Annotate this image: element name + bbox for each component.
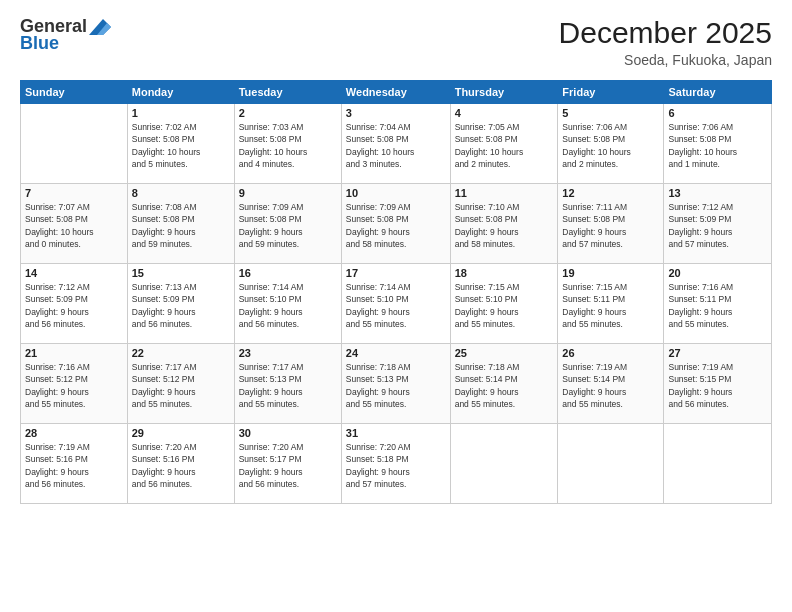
day-number: 18 xyxy=(455,267,554,279)
day-info: Sunrise: 7:14 AM Sunset: 5:10 PM Dayligh… xyxy=(346,281,446,330)
day-number: 23 xyxy=(239,347,337,359)
day-number: 14 xyxy=(25,267,123,279)
day-number: 20 xyxy=(668,267,767,279)
calendar-cell: 1Sunrise: 7:02 AM Sunset: 5:08 PM Daylig… xyxy=(127,104,234,184)
week-row-1: 1Sunrise: 7:02 AM Sunset: 5:08 PM Daylig… xyxy=(21,104,772,184)
calendar-cell xyxy=(450,424,558,504)
calendar-cell: 9Sunrise: 7:09 AM Sunset: 5:08 PM Daylig… xyxy=(234,184,341,264)
day-info: Sunrise: 7:06 AM Sunset: 5:08 PM Dayligh… xyxy=(562,121,659,170)
day-number: 27 xyxy=(668,347,767,359)
calendar-cell: 17Sunrise: 7:14 AM Sunset: 5:10 PM Dayli… xyxy=(341,264,450,344)
day-number: 26 xyxy=(562,347,659,359)
day-number: 12 xyxy=(562,187,659,199)
day-info: Sunrise: 7:16 AM Sunset: 5:12 PM Dayligh… xyxy=(25,361,123,410)
day-info: Sunrise: 7:20 AM Sunset: 5:18 PM Dayligh… xyxy=(346,441,446,490)
col-header-thursday: Thursday xyxy=(450,81,558,104)
day-info: Sunrise: 7:17 AM Sunset: 5:13 PM Dayligh… xyxy=(239,361,337,410)
day-number: 29 xyxy=(132,427,230,439)
calendar-cell xyxy=(664,424,772,504)
day-number: 25 xyxy=(455,347,554,359)
calendar-cell: 18Sunrise: 7:15 AM Sunset: 5:10 PM Dayli… xyxy=(450,264,558,344)
day-info: Sunrise: 7:16 AM Sunset: 5:11 PM Dayligh… xyxy=(668,281,767,330)
calendar-cell: 6Sunrise: 7:06 AM Sunset: 5:08 PM Daylig… xyxy=(664,104,772,184)
calendar-cell: 12Sunrise: 7:11 AM Sunset: 5:08 PM Dayli… xyxy=(558,184,664,264)
day-info: Sunrise: 7:15 AM Sunset: 5:10 PM Dayligh… xyxy=(455,281,554,330)
day-info: Sunrise: 7:10 AM Sunset: 5:08 PM Dayligh… xyxy=(455,201,554,250)
day-info: Sunrise: 7:03 AM Sunset: 5:08 PM Dayligh… xyxy=(239,121,337,170)
calendar-cell: 21Sunrise: 7:16 AM Sunset: 5:12 PM Dayli… xyxy=(21,344,128,424)
col-header-sunday: Sunday xyxy=(21,81,128,104)
day-number: 13 xyxy=(668,187,767,199)
day-info: Sunrise: 7:05 AM Sunset: 5:08 PM Dayligh… xyxy=(455,121,554,170)
calendar-cell: 25Sunrise: 7:18 AM Sunset: 5:14 PM Dayli… xyxy=(450,344,558,424)
day-info: Sunrise: 7:08 AM Sunset: 5:08 PM Dayligh… xyxy=(132,201,230,250)
header: General Blue December 2025 Soeda, Fukuok… xyxy=(20,16,772,68)
calendar-cell: 8Sunrise: 7:08 AM Sunset: 5:08 PM Daylig… xyxy=(127,184,234,264)
calendar-cell: 3Sunrise: 7:04 AM Sunset: 5:08 PM Daylig… xyxy=(341,104,450,184)
day-number: 3 xyxy=(346,107,446,119)
day-info: Sunrise: 7:14 AM Sunset: 5:10 PM Dayligh… xyxy=(239,281,337,330)
calendar-cell: 14Sunrise: 7:12 AM Sunset: 5:09 PM Dayli… xyxy=(21,264,128,344)
calendar-cell: 27Sunrise: 7:19 AM Sunset: 5:15 PM Dayli… xyxy=(664,344,772,424)
logo: General Blue xyxy=(20,16,111,54)
calendar-cell: 31Sunrise: 7:20 AM Sunset: 5:18 PM Dayli… xyxy=(341,424,450,504)
day-number: 4 xyxy=(455,107,554,119)
day-info: Sunrise: 7:04 AM Sunset: 5:08 PM Dayligh… xyxy=(346,121,446,170)
day-number: 7 xyxy=(25,187,123,199)
calendar-cell: 4Sunrise: 7:05 AM Sunset: 5:08 PM Daylig… xyxy=(450,104,558,184)
week-row-4: 21Sunrise: 7:16 AM Sunset: 5:12 PM Dayli… xyxy=(21,344,772,424)
calendar-cell: 30Sunrise: 7:20 AM Sunset: 5:17 PM Dayli… xyxy=(234,424,341,504)
col-header-saturday: Saturday xyxy=(664,81,772,104)
day-number: 10 xyxy=(346,187,446,199)
calendar: SundayMondayTuesdayWednesdayThursdayFrid… xyxy=(20,80,772,504)
calendar-cell: 19Sunrise: 7:15 AM Sunset: 5:11 PM Dayli… xyxy=(558,264,664,344)
day-info: Sunrise: 7:20 AM Sunset: 5:16 PM Dayligh… xyxy=(132,441,230,490)
logo-blue: Blue xyxy=(20,33,59,54)
calendar-cell: 10Sunrise: 7:09 AM Sunset: 5:08 PM Dayli… xyxy=(341,184,450,264)
calendar-cell: 7Sunrise: 7:07 AM Sunset: 5:08 PM Daylig… xyxy=(21,184,128,264)
calendar-cell: 16Sunrise: 7:14 AM Sunset: 5:10 PM Dayli… xyxy=(234,264,341,344)
day-info: Sunrise: 7:19 AM Sunset: 5:14 PM Dayligh… xyxy=(562,361,659,410)
logo-icon xyxy=(89,19,111,35)
day-number: 11 xyxy=(455,187,554,199)
col-header-tuesday: Tuesday xyxy=(234,81,341,104)
calendar-cell: 28Sunrise: 7:19 AM Sunset: 5:16 PM Dayli… xyxy=(21,424,128,504)
day-number: 17 xyxy=(346,267,446,279)
day-number: 21 xyxy=(25,347,123,359)
calendar-cell xyxy=(21,104,128,184)
day-info: Sunrise: 7:12 AM Sunset: 5:09 PM Dayligh… xyxy=(668,201,767,250)
month-title: December 2025 xyxy=(559,16,772,50)
day-number: 9 xyxy=(239,187,337,199)
day-info: Sunrise: 7:02 AM Sunset: 5:08 PM Dayligh… xyxy=(132,121,230,170)
location: Soeda, Fukuoka, Japan xyxy=(559,52,772,68)
col-header-friday: Friday xyxy=(558,81,664,104)
day-info: Sunrise: 7:17 AM Sunset: 5:12 PM Dayligh… xyxy=(132,361,230,410)
calendar-cell: 22Sunrise: 7:17 AM Sunset: 5:12 PM Dayli… xyxy=(127,344,234,424)
day-number: 2 xyxy=(239,107,337,119)
calendar-cell: 11Sunrise: 7:10 AM Sunset: 5:08 PM Dayli… xyxy=(450,184,558,264)
day-info: Sunrise: 7:18 AM Sunset: 5:13 PM Dayligh… xyxy=(346,361,446,410)
calendar-header-row: SundayMondayTuesdayWednesdayThursdayFrid… xyxy=(21,81,772,104)
calendar-cell xyxy=(558,424,664,504)
day-info: Sunrise: 7:12 AM Sunset: 5:09 PM Dayligh… xyxy=(25,281,123,330)
day-info: Sunrise: 7:18 AM Sunset: 5:14 PM Dayligh… xyxy=(455,361,554,410)
day-number: 24 xyxy=(346,347,446,359)
calendar-cell: 13Sunrise: 7:12 AM Sunset: 5:09 PM Dayli… xyxy=(664,184,772,264)
day-number: 28 xyxy=(25,427,123,439)
day-info: Sunrise: 7:06 AM Sunset: 5:08 PM Dayligh… xyxy=(668,121,767,170)
page: General Blue December 2025 Soeda, Fukuok… xyxy=(0,0,792,612)
day-info: Sunrise: 7:13 AM Sunset: 5:09 PM Dayligh… xyxy=(132,281,230,330)
calendar-cell: 29Sunrise: 7:20 AM Sunset: 5:16 PM Dayli… xyxy=(127,424,234,504)
day-number: 30 xyxy=(239,427,337,439)
day-info: Sunrise: 7:09 AM Sunset: 5:08 PM Dayligh… xyxy=(346,201,446,250)
day-info: Sunrise: 7:11 AM Sunset: 5:08 PM Dayligh… xyxy=(562,201,659,250)
calendar-cell: 26Sunrise: 7:19 AM Sunset: 5:14 PM Dayli… xyxy=(558,344,664,424)
day-number: 1 xyxy=(132,107,230,119)
day-number: 22 xyxy=(132,347,230,359)
calendar-cell: 23Sunrise: 7:17 AM Sunset: 5:13 PM Dayli… xyxy=(234,344,341,424)
calendar-cell: 2Sunrise: 7:03 AM Sunset: 5:08 PM Daylig… xyxy=(234,104,341,184)
calendar-cell: 20Sunrise: 7:16 AM Sunset: 5:11 PM Dayli… xyxy=(664,264,772,344)
day-number: 8 xyxy=(132,187,230,199)
calendar-cell: 5Sunrise: 7:06 AM Sunset: 5:08 PM Daylig… xyxy=(558,104,664,184)
day-info: Sunrise: 7:19 AM Sunset: 5:16 PM Dayligh… xyxy=(25,441,123,490)
